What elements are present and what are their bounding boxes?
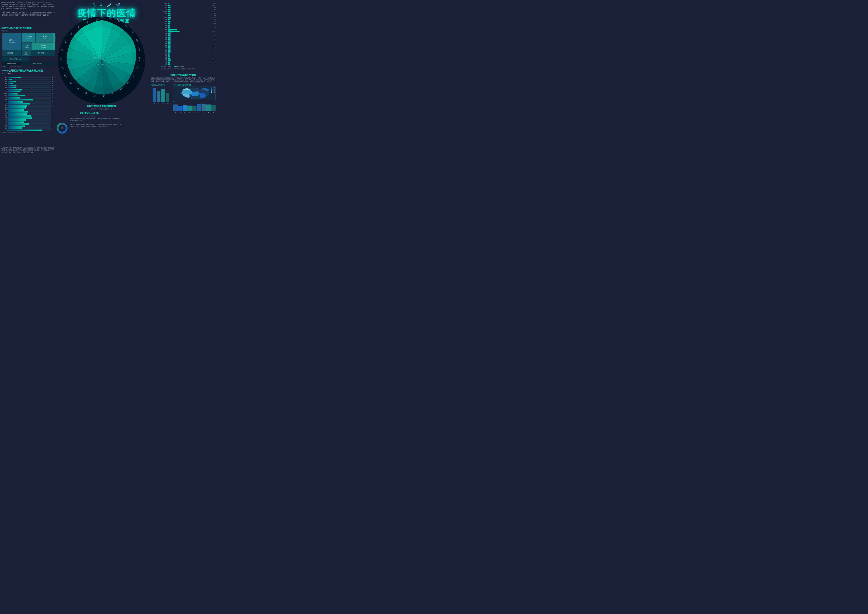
bed-section-title: 每千人口医疗卫生机构床位数 — [173, 84, 215, 86]
region-bar-row: 江苏 115 — [2, 117, 56, 119]
province-row: 重庆 119.71 — [161, 45, 215, 47]
province-row: 宁夏 95.44 — [161, 61, 215, 63]
training-section: 我国医学人才培养体制 东 北 西 其他 0 — [151, 84, 172, 112]
province-row: 天津 118.71 — [161, 5, 215, 7]
svg-rect-6 — [36, 33, 55, 42]
province-row: 上海 100 — [161, 19, 215, 21]
svg-text:民间技术人员4476569: 民间技术人员4476569 — [10, 59, 22, 60]
province-row: 广西 117.11 — [161, 41, 215, 43]
treemap-visual: 护理人士 4090830 中职(大专) 1046075 研究生 478143 土… — [2, 33, 56, 65]
region-bar-row: 北京 60 — [2, 77, 56, 79]
radar-data-source: 数据来源：2019国家卫生健康统计年鉴 — [56, 108, 147, 110]
svg-text:4090830: 4090830 — [9, 42, 15, 43]
svg-rect-104 — [161, 89, 165, 102]
province-row: 新疆 103 — [161, 63, 215, 65]
bottom-left-text: 上方图表来示各省三甲医院数量与各省人口之间的比率，代表着各人口占有医院医疗资源的… — [2, 147, 56, 154]
province-row: 江苏 108 — [161, 21, 215, 23]
svg-rect-9 — [22, 42, 32, 50]
svg-rect-102 — [157, 91, 160, 102]
svg-text:三甲: 三甲 — [61, 127, 63, 128]
region-bar-row: 四川 110 — [2, 115, 56, 117]
svg-text:北: 北 — [158, 103, 159, 104]
svg-text:东: 东 — [154, 103, 155, 104]
svg-text:广东: 广东 — [100, 17, 103, 18]
province-row: 河南 115 — [161, 33, 215, 35]
svg-text:吉林: 吉林 — [136, 66, 138, 69]
province-row: 四川 119.71 — [161, 47, 215, 49]
svg-rect-12 — [32, 42, 55, 50]
province-row: 黑龙江 128.43 — [161, 17, 215, 19]
right-data-source: 数据来源：国家统计局 2019国家卫生健康统计年鉴 国家卫健委 — [161, 68, 215, 70]
province-row: 贵州 118 — [161, 49, 215, 51]
svg-text:1198755: 1198755 — [41, 47, 46, 48]
region-bar-row: 宁夏 40 — [2, 85, 56, 87]
intro-text: 截止2018年底我国有1,395,380,000人，而卫生技术人员、乡村医生和卫… — [2, 2, 56, 16]
left-bar-unit: 单位：万人/所 — [2, 73, 56, 75]
bottom-left-description: 上方图表来示各省三甲医院数量与各省人口之间的比率，代表着各人口占有医院医疗资源的… — [2, 147, 56, 154]
syringe-icon: 💉 — [107, 2, 112, 7]
bed-chart-title: 全国主要城市人均床位数 — [56, 112, 122, 115]
bottom-charts-row: 我国医学人才培养体制 东 北 西 其他 0 每千人口医疗卫生机构床位数 — [151, 84, 215, 112]
region-bar-row: 贵州 88 — [2, 113, 56, 115]
province-row: 浙江 97.34 — [161, 23, 215, 25]
province-row: 安徽 105 — [161, 25, 215, 27]
region-bar-row: 安徽 90 — [2, 105, 56, 107]
region-bar-row: 湖南 100 — [2, 123, 56, 125]
svg-text:助理医师: 助理医师 — [40, 45, 46, 46]
svg-rect-0 — [2, 33, 22, 50]
province-row: 北京 44.95 — [161, 3, 215, 5]
svg-text:湖南: 湖南 — [71, 33, 72, 35]
region-bar-row: 甘肃 68 — [2, 127, 56, 129]
svg-text:2000: 2000 — [102, 25, 104, 26]
svg-text:不详: 不详 — [25, 52, 28, 54]
svg-text:医疗辅助合467605: 医疗辅助合467605 — [38, 52, 48, 54]
province-row: 陕西 94.84 — [161, 55, 215, 57]
province-row: 湖北 113.51 — [161, 35, 215, 37]
svg-text:一级医院: 一级医院 — [107, 57, 112, 59]
bottom-right-panel: 2018年中国就医压力测量 上表预估就医强度与实际就医强度数据均以2018年数据… — [151, 73, 215, 112]
province-row: 青海 107.21 — [161, 59, 215, 61]
svg-text:上海: 上海 — [84, 92, 87, 94]
left-bar-section: 2018年各地区三甲医院平均服务压力情况 单位：万人/所 0 40 80 120… — [2, 69, 56, 133]
region-bar-row: 山东 105 — [2, 103, 56, 105]
region-bar-row: 广东 120 — [2, 99, 56, 101]
spray-icon: 🩺 — [115, 2, 121, 7]
region-bar-row: 辽宁 65 — [2, 89, 56, 91]
legend-est: 预估就医需量 — [161, 66, 171, 67]
bed-unit: 单位：张 — [173, 101, 215, 102]
province-row: 西藏 95.44 — [161, 53, 215, 55]
province-row: 广东 118 — [161, 39, 215, 41]
region-bar-row: 浙江 80 — [2, 95, 56, 97]
province-row: 海南 110 — [161, 43, 215, 45]
thermometer-icon: 🌡 — [99, 2, 103, 7]
province-row: 甘肃 102.07 — [161, 57, 215, 59]
region-bar-row: 内蒙古 45 — [2, 93, 56, 95]
bed-donut-area: 三甲 医院 中央报日现代未我国目前各省各等级医院分布情况，把三甲医院数量进行排序… — [56, 118, 122, 139]
region-bar-row: 吉林 55 — [2, 97, 56, 99]
province-row: 江西 142.48 — [161, 29, 215, 31]
left-panel: 2018年卫生人员不同类别数量 单位：名 护理人士 4090830 中职(大专)… — [2, 26, 56, 133]
svg-text:1000: 1000 — [102, 42, 104, 43]
svg-text:三级医院: 三级医院 — [107, 61, 112, 63]
pressure-title: 2018年中国就医压力测量 — [151, 73, 215, 77]
pressure-description: 上表预估就医强度与实际就医强度数据均以2018年数据为例，通过上表我们可以看出，… — [151, 77, 215, 83]
svg-text:● 三甲医院: ● 三甲医院 — [98, 64, 104, 65]
bottom-center-panel: 全国主要城市人均床位数 单位：张（每+1张床位） 三甲 医院 中央报日现代未我国… — [56, 112, 122, 139]
left-bars-container: 北京 60 西藏 18 新疆 38 青海 22 宁夏 — [2, 77, 56, 131]
svg-text:0: 0 — [153, 87, 153, 88]
province-bars-container: 北京 44.95 天津 118.71 河北 121.4 山西 — [161, 3, 215, 65]
page-container: 截止2018年底我国有1,395,380,000人，而卫生技术人员、乡村医生和卫… — [0, 0, 217, 3]
treemap-source: 数据来源：2019国家卫生健康统计年鉴 — [2, 66, 56, 67]
svg-text:227251: 227251 — [25, 54, 28, 55]
region-bar-row: 青海 22 — [2, 83, 56, 85]
bed-unit-label: 单位：张（每+1张床位） — [56, 115, 122, 117]
right-panel: 0 500 1000 1500 北京 44.95 天津 118.71 河北 — [161, 2, 215, 70]
region-bar-row: 河北 160 — [2, 129, 56, 131]
svg-text:研究生: 研究生 — [43, 36, 47, 37]
china-map: >4.42 4.42 4.06 3.60 3.14 <1.8 — [173, 86, 215, 100]
center-radar-chart: 广东 宁夏 西藏 青海 海南 新疆 内蒙古 黑龙江 吉林 辽宁 北京 天津 河北… — [56, 15, 147, 106]
province-row: 福建 103 — [161, 27, 215, 29]
svg-rect-3 — [22, 33, 36, 42]
svg-rect-106 — [166, 93, 169, 102]
svg-text:未定级医院: 未定级医院 — [93, 57, 99, 59]
